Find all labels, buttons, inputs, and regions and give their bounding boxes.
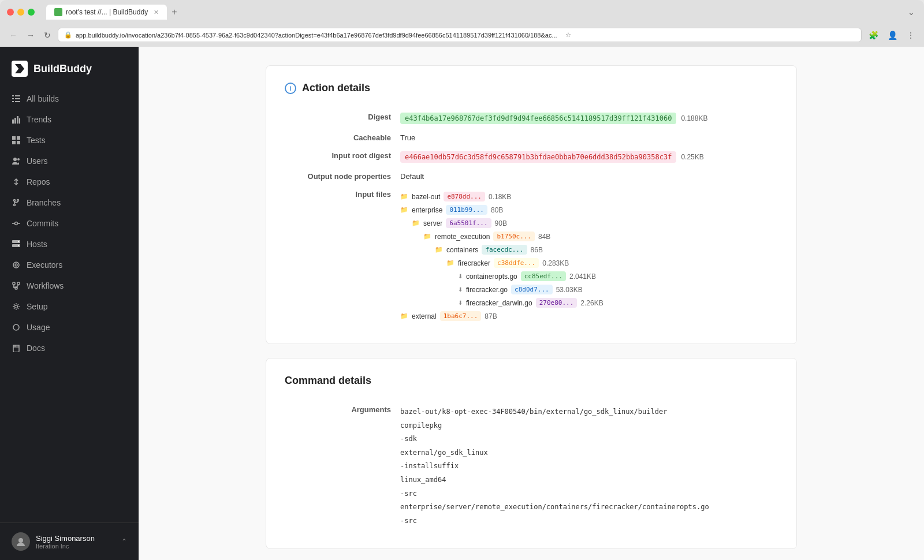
action-details-section: i Action details Digest e43f4b6a17e96876… <box>266 65 797 344</box>
svg-rect-9 <box>19 118 20 124</box>
info-icon: i <box>285 83 296 94</box>
svg-point-37 <box>18 538 23 543</box>
input-files-label: Input files <box>285 185 400 203</box>
arg-3: external/go_sdk_linux <box>400 446 709 460</box>
arguments-value: bazel-out/k8-opt-exec-34F00540/bin/exter… <box>400 401 778 532</box>
reload-button[interactable]: ↻ <box>42 29 53 41</box>
details-table: Digest e43f4b6a17e968767def3fd9df9d94fee… <box>285 108 778 327</box>
arg-8: -src <box>400 514 709 528</box>
browser-menu-button[interactable]: ⌄ <box>906 6 917 18</box>
logo-icon <box>12 61 28 77</box>
repos-icon <box>12 177 21 186</box>
sidebar-item-users[interactable]: Users <box>0 151 139 171</box>
svg-rect-12 <box>12 141 16 144</box>
address-text: app.buildbuddy.io/invocation/a236b7f4-08… <box>76 32 557 39</box>
svg-rect-4 <box>12 101 14 102</box>
grid-icon <box>12 136 21 145</box>
svg-rect-11 <box>17 136 20 140</box>
svg-rect-3 <box>15 98 20 99</box>
commit-icon <box>12 219 21 228</box>
avatar <box>12 532 30 551</box>
digest-label: Digest <box>285 108 400 126</box>
address-bar[interactable]: 🔒 app.buildbuddy.io/invocation/a236b7f4-… <box>58 28 862 42</box>
sidebar-item-label: Usage <box>27 323 50 332</box>
sidebar-item-all-builds[interactable]: All builds <box>0 88 139 109</box>
svg-rect-28 <box>13 282 15 285</box>
svg-point-15 <box>17 158 20 160</box>
tree-item-firecracker-darwin: ⬇ firecracker_darwin.go 270e80... 2.26KB <box>458 296 603 309</box>
extensions-button[interactable]: 🧩 <box>866 29 881 41</box>
file-tree: 📁 bazel-out e878dd... 0.18KB 📁 enterpris… <box>400 190 603 323</box>
input-root-label: Input root digest <box>285 147 400 165</box>
forward-button[interactable]: → <box>24 29 37 41</box>
input-root-value: e466ae10db57d6c3d58fd9c658791b3bfdae0bba… <box>400 147 778 167</box>
arg-1: compilepkg <box>400 419 709 433</box>
sidebar-item-label: All builds <box>27 94 59 103</box>
new-tab-button[interactable]: + <box>169 5 179 20</box>
svg-rect-10 <box>12 136 16 140</box>
input-root-hash: e466ae10db57d6c3d58fd9c658791b3bfdae0bba… <box>400 151 676 163</box>
tree-item-server: 📁 server 6a5501f... 90B <box>412 216 603 230</box>
svg-point-19 <box>15 222 18 225</box>
traffic-light-close[interactable] <box>7 9 14 16</box>
sidebar-item-trends[interactable]: Trends <box>0 109 139 130</box>
section-header: i Action details <box>285 82 778 94</box>
list-icon <box>12 94 21 103</box>
sidebar-item-hosts[interactable]: Hosts <box>0 234 139 255</box>
sidebar-item-label: Branches <box>27 198 61 207</box>
bookmark-icon[interactable]: ☆ <box>565 31 571 39</box>
svg-point-33 <box>15 305 18 308</box>
sidebar-item-tests[interactable]: Tests <box>0 130 139 151</box>
svg-point-34 <box>13 324 19 330</box>
sidebar-item-docs[interactable]: Docs <box>0 338 139 359</box>
digest-size: 0.188KB <box>681 114 707 122</box>
logo-text: BuildBuddy <box>33 63 92 75</box>
arg-6: -src <box>400 487 709 501</box>
tree-item-bazel-out: 📁 bazel-out e878dd... 0.18KB <box>400 190 603 203</box>
browser-tab[interactable]: root's test //... | BuildBuddy ✕ <box>46 5 167 20</box>
sidebar-item-label: Commits <box>27 219 58 228</box>
svg-point-25 <box>18 245 19 247</box>
sidebar-item-label: Tests <box>27 136 46 145</box>
sidebar-item-usage[interactable]: Usage <box>0 317 139 338</box>
users-icon <box>12 156 21 166</box>
profile-button[interactable]: 👤 <box>885 29 900 41</box>
command-details-section: Command details Arguments bazel-out/k8-o… <box>266 358 797 549</box>
sidebar-item-executors[interactable]: Executors <box>0 255 139 275</box>
arg-4: -installsuffix <box>400 460 709 473</box>
book-icon <box>12 344 21 353</box>
user-profile[interactable]: Siggi Simonarson Iteration Inc ⌃ <box>0 522 139 560</box>
tab-close-button[interactable]: ✕ <box>154 9 159 16</box>
arg-7: enterprise/server/remote_execution/conta… <box>400 501 709 514</box>
svg-rect-1 <box>15 95 20 96</box>
tree-item-firecracker: 📁 firecracker c38ddfe... 0.283KB <box>446 256 603 270</box>
traffic-light-minimize[interactable] <box>17 9 24 16</box>
expand-icon: ⌃ <box>121 537 127 546</box>
usage-icon <box>12 323 21 332</box>
svg-rect-7 <box>14 118 16 124</box>
output-node-text: Default <box>400 172 424 181</box>
user-org: Iteration Inc <box>36 543 116 550</box>
sidebar-item-commits[interactable]: Commits <box>0 213 139 234</box>
svg-rect-13 <box>17 141 20 144</box>
svg-point-24 <box>18 241 19 242</box>
more-options-button[interactable]: ⋮ <box>904 29 917 41</box>
tab-title: root's test //... | BuildBuddy <box>66 8 148 16</box>
tree-item-containers: 📁 containers facecdc... 86B <box>435 243 603 256</box>
svg-rect-8 <box>17 116 18 124</box>
tree-item-enterprise: 📁 enterprise 011b99... 80B <box>400 203 603 216</box>
sidebar-item-repos[interactable]: Repos <box>0 171 139 192</box>
user-info: Siggi Simonarson Iteration Inc <box>36 534 116 550</box>
sidebar-item-branches[interactable]: Branches <box>0 192 139 213</box>
output-node-value: Default <box>400 167 778 185</box>
bar-chart-icon <box>12 115 21 124</box>
sidebar-item-workflows[interactable]: Workflows <box>0 275 139 296</box>
logo: BuildBuddy <box>0 47 139 88</box>
sidebar-item-label: Repos <box>27 177 50 186</box>
traffic-light-maximize[interactable] <box>28 9 35 16</box>
svg-rect-0 <box>12 95 14 96</box>
svg-point-17 <box>17 200 19 201</box>
svg-rect-29 <box>17 282 20 285</box>
sidebar-item-setup[interactable]: Setup <box>0 296 139 317</box>
back-button[interactable]: ← <box>7 29 20 41</box>
